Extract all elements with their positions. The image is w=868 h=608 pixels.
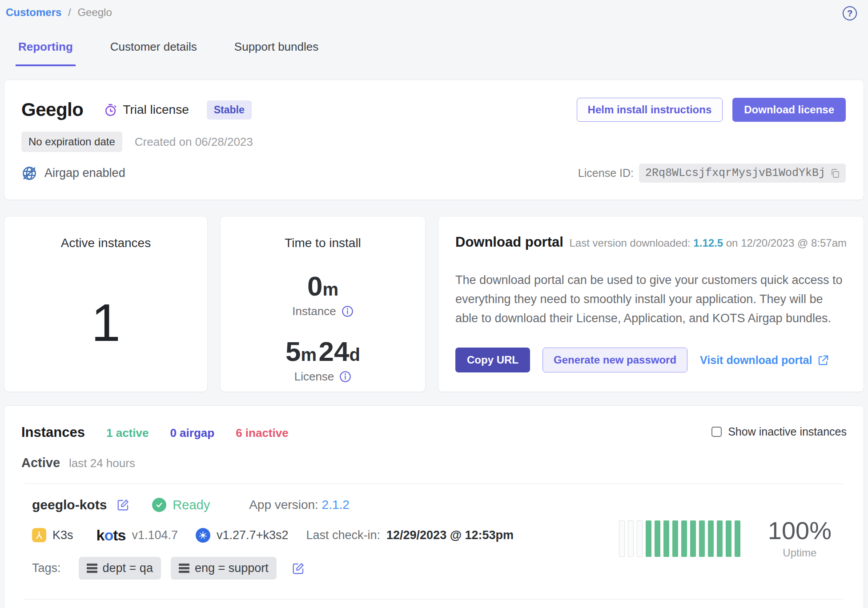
uptime-summary: 100% Uptime (768, 518, 832, 559)
uptime-bar-filled (681, 520, 687, 557)
breadcrumb-separator: / (68, 6, 71, 18)
license-id-pill: 2Rq8WLcsjfxqrMysjvB1WodYkBj (639, 164, 846, 183)
license-install-time: 5m 24d (234, 338, 412, 365)
customer-reporting-page: Customers / Geeglo ? Reporting Customer … (0, 0, 868, 608)
license-info-icon[interactable] (339, 371, 351, 383)
distribution-label: K3s (52, 528, 73, 542)
customer-summary-card: Geeglo Trial license Stable Helm install… (4, 80, 864, 200)
instance-install-value: 0 (307, 271, 322, 301)
license-type: Trial license (104, 103, 189, 117)
active-instances-card: Active instances 1 (4, 216, 208, 392)
tab-support-bundles[interactable]: Support bundles (232, 40, 321, 66)
instance-status: Ready (152, 498, 210, 512)
instance-meta-row: K3s kots v1.104.7 (32, 528, 619, 543)
last-checkin-label: Last check-in: (306, 528, 380, 542)
kubernetes-icon (196, 528, 210, 543)
visit-download-portal-link[interactable]: Visit download portal (700, 354, 829, 367)
visit-download-portal-label: Visit download portal (700, 354, 812, 367)
instances-divider-bottom (25, 599, 843, 600)
top-bar: Customers / Geeglo ? (4, 0, 864, 20)
uptime-bar-filled (708, 520, 714, 557)
uptime-bar-filled (735, 520, 740, 557)
show-inactive-checkbox[interactable] (711, 427, 722, 437)
airgap-label: Airgap enabled (44, 166, 125, 180)
breadcrumb-customers-link[interactable]: Customers (6, 6, 61, 18)
license-install-value-days: 24 (319, 336, 350, 367)
copy-url-button[interactable]: Copy URL (455, 348, 530, 372)
trial-timer-icon (104, 103, 117, 117)
airgap-status: Airgap enabled (21, 165, 125, 181)
tag-label: eng = support (195, 561, 269, 575)
tags-row: Tags: dept = qaeng = support (32, 557, 619, 580)
time-to-install-title: Time to install (234, 236, 412, 250)
kots-logo-ts: ts (113, 527, 125, 544)
license-install-label: License (294, 370, 334, 384)
show-inactive-label: Show inactive instances (728, 425, 847, 438)
download-portal-title: Download portal (455, 234, 563, 250)
uptime-bar-filled (672, 520, 678, 557)
created-date-text: Created on 06/28/2023 (135, 135, 253, 149)
last-version-link[interactable]: 1.12.5 (693, 237, 723, 249)
help-icon[interactable]: ? (843, 6, 857, 20)
license-install-unit-days: d (350, 345, 360, 364)
tag-pill: eng = support (171, 557, 277, 580)
copy-license-id-icon[interactable] (830, 168, 840, 179)
uptime-bar-filled (690, 520, 696, 557)
uptime-bar-filled (717, 520, 723, 557)
airgap-count: 0 airgap (170, 426, 214, 440)
download-license-button[interactable]: Download license (732, 98, 846, 122)
last-checkin-value: 12/29/2023 @ 12:53pm (386, 528, 514, 542)
kots-logo-o: o (104, 527, 113, 544)
active-instances-count: 1 (18, 296, 194, 349)
last-version-suffix: on 12/20/2023 @ 8:57am (723, 237, 847, 249)
license-id-value: 2Rq8WLcsjfxqrMysjvB1WodYkBj (645, 167, 825, 180)
active-count: 1 active (106, 426, 149, 440)
breadcrumb-current: Geeglo (77, 6, 112, 18)
uptime-label: Uptime (768, 547, 832, 559)
tab-customer-details[interactable]: Customer details (108, 40, 200, 66)
status-label: Ready (173, 498, 210, 512)
active-instances-title: Active instances (18, 236, 194, 250)
tab-bar: Reporting Customer details Support bundl… (16, 40, 864, 66)
instance-counts: 1 active 0 airgap 6 inactive (106, 426, 289, 440)
time-to-install-card: Time to install 0m Instance 5m 24d (220, 216, 426, 392)
last-version-downloaded: Last version downloaded: 1.12.5 on 12/20… (570, 237, 847, 249)
active-group-title: Active (21, 456, 60, 470)
ready-check-icon (152, 498, 166, 512)
app-version-link[interactable]: 2.1.2 (322, 498, 350, 512)
uptime-bar-empty (637, 520, 643, 557)
uptime-bar-filled (699, 520, 705, 557)
instance-name: geeglo-kots (32, 497, 107, 512)
helm-install-instructions-button[interactable]: Helm install instructions (577, 98, 723, 122)
kots-logo: kots (96, 528, 126, 543)
instance-install-time: 0m (234, 272, 412, 300)
edit-instance-name-icon[interactable] (117, 498, 130, 512)
tag-bars-icon (179, 562, 189, 574)
channel-badge: Stable (207, 100, 252, 120)
uptime-bar-filled (646, 520, 651, 557)
uptime-bar-filled (726, 520, 731, 557)
tag-pill: dept = qa (79, 557, 161, 580)
uptime-bar-filled (663, 520, 669, 557)
instance-info-icon[interactable] (342, 305, 354, 317)
instances-title: Instances (21, 424, 85, 440)
uptime-percent: 100% (768, 518, 832, 543)
instances-card: Instances 1 active 0 airgap 6 inactive S… (4, 405, 864, 608)
uptime-bars (619, 520, 740, 557)
license-install-label-row: License (234, 370, 412, 384)
tags-list: dept = qaeng = support (61, 557, 277, 580)
license-type-label: Trial license (123, 103, 189, 117)
tab-reporting[interactable]: Reporting (16, 40, 76, 66)
edit-tags-icon[interactable] (292, 562, 305, 575)
metric-cards-row: Active instances 1 Time to install 0m In… (4, 216, 864, 392)
generate-new-password-button[interactable]: Generate new password (542, 348, 687, 372)
uptime-bar-empty (628, 520, 634, 557)
active-group-header: Active last 24 hours (21, 456, 847, 470)
app-version: App version: 2.1.2 (249, 498, 350, 512)
license-id-label: License ID: (578, 167, 634, 180)
tag-label: dept = qa (103, 561, 153, 575)
instance-row: geeglo-kots Ready App ve (21, 484, 847, 583)
license-install-value-months: 5 (285, 336, 301, 367)
k8s-version: v1.27.7+k3s2 (217, 528, 288, 542)
breadcrumb: Customers / Geeglo (6, 6, 112, 19)
